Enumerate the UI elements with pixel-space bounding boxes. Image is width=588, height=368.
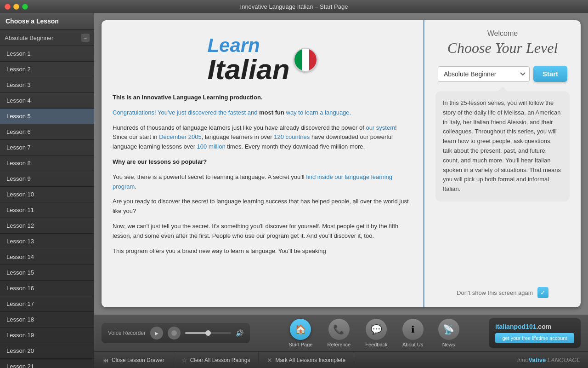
close-lesson-drawer-button[interactable]: ⏮ Close Lesson Drawer	[94, 352, 173, 368]
sidebar-lessons-list: Lesson 1Lesson 2Lesson 3Lesson 4Lesson 5…	[0, 46, 94, 368]
sidebar-level-label: Absolute Beginner	[5, 34, 53, 41]
para5: You see, there is a powerful secret to l…	[113, 172, 412, 192]
progress-fill	[185, 332, 208, 334]
description-bubble: In this 25-lesson series, you will follo…	[435, 91, 570, 201]
lesson-item-7[interactable]: Lesson 7	[0, 140, 94, 155]
bottom-toolbar: Voice Recorder ▶ 🔊 🏠Start Page📞Reference…	[94, 315, 588, 351]
minimize-button[interactable]	[13, 4, 19, 10]
logo-area: Learn Italian	[113, 31, 412, 84]
lesson-item-21[interactable]: Lesson 21	[0, 359, 94, 368]
ad-banner: italianpod101.com get your free lifetime…	[489, 318, 581, 348]
nav-icon-about-us: ℹ	[402, 319, 424, 340]
close-button[interactable]	[5, 4, 11, 10]
level-selector-row: Absolute BeginnerBeginnerElementaryInter…	[438, 66, 567, 82]
lesson-item-4[interactable]: Lesson 4	[0, 93, 94, 109]
logo-wrap: Learn Italian	[207, 36, 317, 84]
para4-bold: Why are our lessons so popular?	[113, 158, 207, 165]
footer-brand-accent: Vative	[529, 356, 546, 363]
lesson-item-12[interactable]: Lesson 12	[0, 218, 94, 234]
right-panel: Welcome Choose Your Level Absolute Begin…	[424, 20, 581, 307]
window-title: Innovative Language Italian – Start Page	[240, 3, 348, 10]
start-button[interactable]: Start	[533, 66, 567, 82]
dont-show-checkbox[interactable]: ✓	[537, 287, 548, 298]
sidebar-level-row: Absolute Beginner –	[0, 30, 94, 46]
para8: This program offers you a brand new way …	[113, 247, 412, 256]
volume-icon: 🔊	[236, 329, 243, 337]
para1-bold: This is an Innovative Language Learning …	[113, 94, 262, 101]
nav-label-start-page: Start Page	[288, 342, 312, 347]
lesson-item-16[interactable]: Lesson 16	[0, 281, 94, 296]
para3: Hundreds of thousands of language learne…	[113, 123, 412, 152]
choose-level-title: Choose Your Level	[447, 40, 558, 57]
dont-show-label: Don't show this screen again	[457, 289, 533, 296]
recorder-label: Voice Recorder	[108, 330, 146, 336]
flag-green	[294, 49, 302, 71]
lesson-item-2[interactable]: Lesson 2	[0, 62, 94, 77]
lesson-item-18[interactable]: Lesson 18	[0, 312, 94, 328]
logo-italian-text: Italian	[207, 55, 289, 84]
close-lesson-label: Close Lesson Drawer	[112, 357, 164, 363]
sidebar-collapse-button[interactable]: –	[81, 34, 90, 42]
lesson-item-15[interactable]: Lesson 15	[0, 265, 94, 281]
ad-cta-button[interactable]: get your free lifetime account	[495, 333, 574, 343]
lesson-item-14[interactable]: Lesson 14	[0, 249, 94, 265]
nav-icon-feedback: 💬	[366, 319, 387, 340]
record-inner	[171, 330, 177, 336]
text-content: This is an Innovative Language Learning …	[113, 93, 412, 256]
text-panel: Learn Italian	[102, 20, 424, 307]
lesson-item-9[interactable]: Lesson 9	[0, 171, 94, 187]
nav-item-news[interactable]: 📡News	[431, 319, 467, 347]
nav-label-about-us: About Us	[402, 342, 423, 347]
lesson-item-20[interactable]: Lesson 20	[0, 343, 94, 359]
nav-label-reference: Reference	[327, 342, 351, 347]
clear-ratings-label: Clear All Lesson Ratings	[190, 357, 250, 363]
lesson-item-1[interactable]: Lesson 1	[0, 46, 94, 62]
nav-item-reference[interactable]: 📞Reference	[320, 319, 358, 347]
lesson-item-10[interactable]: Lesson 10	[0, 187, 94, 202]
app-container: Choose a Lesson Absolute Beginner – Less…	[0, 13, 588, 368]
maximize-button[interactable]	[22, 4, 28, 10]
content-area: Learn Italian	[94, 13, 588, 368]
nav-label-feedback: Feedback	[365, 342, 387, 347]
dont-show-row: Don't show this screen again ✓	[457, 287, 548, 298]
footer-bar: ⏮ Close Lesson Drawer ☆ Clear All Lesson…	[94, 351, 588, 368]
lesson-item-11[interactable]: Lesson 11	[0, 202, 94, 218]
titlebar: Innovative Language Italian – Start Page	[0, 0, 588, 13]
star-icon: ☆	[181, 356, 187, 364]
level-select[interactable]: Absolute BeginnerBeginnerElementaryInter…	[438, 66, 530, 82]
italian-flag	[294, 48, 317, 72]
white-card: Learn Italian	[102, 20, 581, 307]
logo-learn-text: Learn	[207, 36, 260, 55]
lesson-item-8[interactable]: Lesson 8	[0, 155, 94, 171]
lesson-item-6[interactable]: Lesson 6	[0, 124, 94, 140]
progress-bar[interactable]	[185, 332, 231, 334]
ad-site: italianpod101.com	[495, 323, 574, 330]
flag-red	[309, 49, 317, 71]
lesson-item-13[interactable]: Lesson 13	[0, 234, 94, 249]
progress-thumb	[205, 330, 211, 336]
x-icon: ✕	[267, 356, 272, 364]
nav-item-feedback[interactable]: 💬Feedback	[358, 319, 395, 347]
para6: Are you ready to discover the secret to …	[113, 197, 412, 216]
nav-item-start-page[interactable]: 🏠Start Page	[281, 319, 320, 347]
mark-incomplete-label: Mark All Lessons Incomplete	[275, 357, 345, 363]
nav-item-about-us[interactable]: ℹAbout Us	[395, 319, 431, 347]
main-content: Learn Italian	[94, 13, 588, 315]
lesson-item-17[interactable]: Lesson 17	[0, 296, 94, 312]
sidebar: Choose a Lesson Absolute Beginner – Less…	[0, 13, 94, 368]
nav-icon-news: 📡	[438, 319, 459, 340]
voice-recorder: Voice Recorder ▶ 🔊	[102, 323, 250, 343]
lesson-item-3[interactable]: Lesson 3	[0, 77, 94, 93]
mark-incomplete-button[interactable]: ✕ Mark All Lessons Incomplete	[259, 352, 354, 368]
para7: Now, we can't just tell you the secret. …	[113, 222, 412, 241]
nav-icons: 🏠Start Page📞Reference💬FeedbackℹAbout Us📡…	[259, 319, 489, 347]
lesson-item-5[interactable]: Lesson 5	[0, 109, 94, 124]
footer-brand: innoVative LANGUAGE	[510, 356, 588, 363]
play-button[interactable]: ▶	[150, 327, 163, 339]
progress-bar-container	[185, 332, 231, 334]
flag-white	[302, 49, 309, 71]
logo-container: Learn Italian	[207, 36, 317, 84]
record-button[interactable]	[168, 327, 181, 339]
lesson-item-19[interactable]: Lesson 19	[0, 328, 94, 343]
clear-ratings-button[interactable]: ☆ Clear All Lesson Ratings	[173, 352, 259, 368]
